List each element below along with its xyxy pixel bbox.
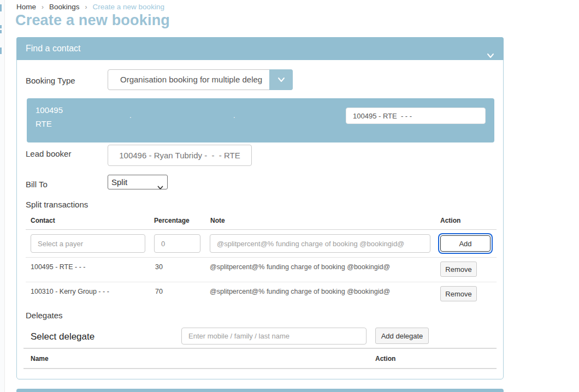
split-percentage-input[interactable] [154, 234, 200, 253]
breadcrumb-separator-icon: › [85, 3, 87, 11]
split-row-contact: 100495 - RTE - - - [31, 263, 86, 271]
col-header-action: Action [375, 355, 395, 363]
select-delegate-label: Select delegate [31, 331, 94, 342]
split-row-percentage: 30 [155, 263, 163, 271]
booking-type-label: Booking Type [26, 76, 75, 85]
bill-to-value: Split [111, 177, 127, 187]
page-title: Create a new booking [15, 12, 170, 29]
next-panel-header[interactable] [16, 389, 504, 392]
remove-split-button[interactable]: Remove [440, 262, 477, 277]
sidebar-edge-mark [0, 25, 2, 28]
sidebar-edge [0, 0, 5, 392]
col-header-action: Action [440, 217, 460, 224]
booking-type-dropdown-button[interactable] [269, 69, 293, 90]
contact-id: 100495 [36, 105, 63, 115]
breadcrumb: Home › Bookings › Create a new booking [16, 3, 164, 11]
contact-search-input[interactable] [346, 108, 486, 124]
chevron-down-icon [277, 76, 285, 84]
panel-header[interactable]: Find a contact [16, 37, 504, 60]
breadcrumb-home[interactable]: Home [16, 3, 36, 11]
row-divider [26, 282, 497, 282]
delegate-search-input[interactable] [181, 328, 367, 345]
split-row-note: @splitpercent@% funding charge of bookin… [210, 263, 390, 271]
chevron-down-icon[interactable] [486, 45, 495, 68]
bill-to-select[interactable]: Split [108, 175, 168, 189]
table-divider [23, 368, 497, 369]
col-header-percentage: Percentage [154, 217, 190, 224]
lead-booker-input[interactable] [108, 145, 252, 166]
bill-to-label: Bill To [26, 180, 48, 189]
col-header-contact: Contact [31, 217, 55, 224]
breadcrumb-separator-icon: › [42, 3, 44, 11]
split-row-percentage: 70 [155, 288, 163, 295]
breadcrumb-bookings[interactable]: Bookings [49, 3, 80, 11]
split-transactions-title: Split transactions [26, 200, 88, 209]
chevron-down-icon [157, 180, 163, 194]
contact-name: RTE [36, 119, 52, 128]
contact-detail-dot: . [129, 111, 132, 120]
table-divider [26, 229, 497, 230]
split-note-input[interactable] [210, 234, 430, 253]
col-header-note: Note [210, 217, 225, 224]
sidebar-edge-mark [0, 30, 2, 33]
delegates-title: Delegates [26, 311, 63, 320]
lead-booker-label: Lead booker [26, 149, 71, 158]
split-row-contact: 100310 - Kerry Group - - - [31, 288, 109, 295]
selected-contact-card: 100495 RTE . . [27, 98, 494, 142]
panel-title: Find a contact [26, 44, 81, 53]
add-split-button[interactable]: Add [440, 235, 491, 252]
row-divider [26, 257, 497, 258]
table-divider [23, 348, 497, 349]
add-delegate-button[interactable]: Add delegate [375, 328, 429, 344]
col-header-name: Name [31, 355, 49, 363]
breadcrumb-current: Create a new booking [93, 3, 164, 11]
remove-split-button[interactable]: Remove [440, 286, 477, 301]
split-row-note: @splitpercent@% funding charge of bookin… [210, 288, 390, 295]
booking-type-value: Organisation booking for multiple deleg [120, 70, 269, 90]
contact-detail-dot: . [233, 111, 235, 120]
sidebar-edge-mark [0, 4, 2, 11]
find-a-contact-panel: Find a contact Booking Type Organisation… [16, 37, 504, 379]
page: Home › Bookings › Create a new booking C… [0, 0, 579, 392]
sidebar-edge-mark [0, 47, 2, 54]
booking-type-select[interactable]: Organisation booking for multiple deleg [108, 69, 293, 90]
split-payer-input[interactable] [31, 234, 145, 253]
